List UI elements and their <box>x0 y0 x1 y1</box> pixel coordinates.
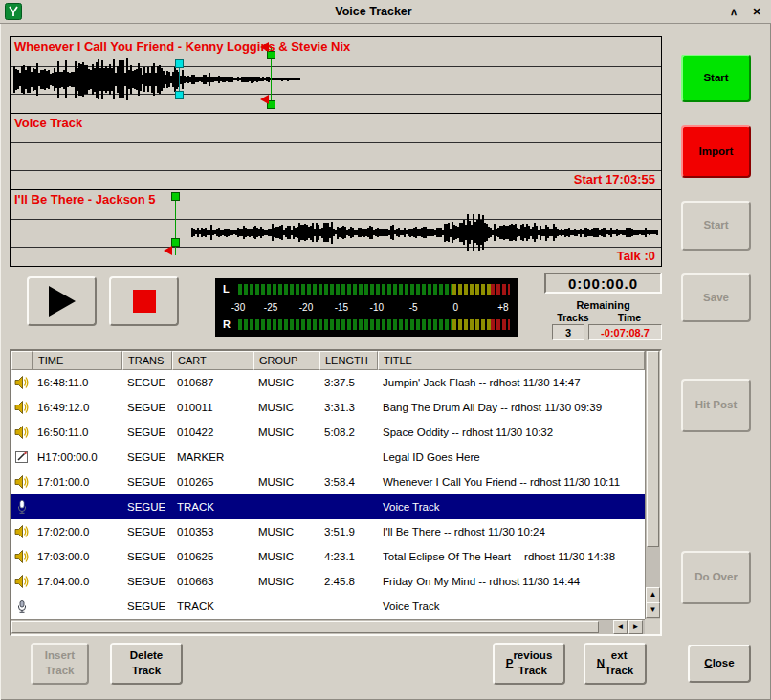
table-row[interactable]: SEGUETRACKVoice Track <box>11 594 645 619</box>
vertical-scrollbar[interactable]: ▲ ▼ <box>645 351 660 619</box>
cell-cart: 010422 <box>172 427 253 438</box>
header-icon[interactable] <box>11 351 33 370</box>
mic-icon <box>11 599 33 614</box>
cell-cart: 010011 <box>172 402 253 413</box>
playout-marker-icon[interactable] <box>260 42 269 52</box>
playout-marker-icon[interactable] <box>260 95 269 104</box>
window-title: Voice Tracker <box>22 5 725 18</box>
track-strips: Whenever I Call You Friend - Kenny Loggi… <box>10 36 662 269</box>
close-button[interactable]: Close <box>688 645 751 683</box>
meter-scale-label: -30 <box>231 302 245 314</box>
table-row[interactable]: 16:50:11.0SEGUE010422MUSIC5:08.2Space Od… <box>11 420 645 445</box>
app-icon[interactable] <box>5 3 22 20</box>
table-row[interactable]: H17:00:00.0SEGUEMARKERLegal ID Goes Here <box>11 445 645 470</box>
import-button[interactable]: Import <box>681 125 751 178</box>
speaker-icon <box>11 549 33 564</box>
meter-scale: -30-25-20-15-10-50+8 <box>238 302 510 314</box>
mic-icon <box>11 499 33 514</box>
cell-trans: SEGUE <box>122 601 172 612</box>
cell-cart: 010687 <box>172 377 253 388</box>
remaining-tracks-value: 3 <box>552 324 584 340</box>
header-time[interactable]: TIME <box>33 351 122 370</box>
cell-trans: SEGUE <box>122 451 172 463</box>
cell-title: Bang The Drum All Day -- rdhost 11/30 09… <box>378 402 645 413</box>
meter-scale-label: +8 <box>497 302 508 314</box>
table-row[interactable]: SEGUETRACKVoice Track <box>11 494 645 519</box>
cell-trans: SEGUE <box>122 402 172 413</box>
meter-scale-label: -5 <box>409 302 418 314</box>
cell-trans: SEGUE <box>122 476 172 488</box>
track-panel-2: Voice Track Start 17:03:55 <box>10 113 662 190</box>
start-marker-handle[interactable] <box>171 192 180 201</box>
cell-length: 2:45.8 <box>319 576 378 587</box>
header-trans[interactable]: TRANS <box>122 351 172 370</box>
play-button[interactable] <box>27 276 97 326</box>
table-row[interactable]: 17:02:00.0SEGUE010353MUSIC3:51.9I'll Be … <box>11 519 645 544</box>
audio-meter: L -30-25-20-15-10-50+8 R <box>215 278 518 337</box>
cell-time: 16:50:11.0 <box>33 427 122 438</box>
play-icon <box>49 286 76 317</box>
save-button[interactable]: Save <box>681 273 751 322</box>
track-3-title: I'll Be There - Jackson 5 <box>14 192 156 207</box>
marker-icon <box>11 449 33 465</box>
start-marker-icon[interactable] <box>164 246 172 255</box>
cell-length: 3:51.9 <box>319 526 378 537</box>
table-row[interactable]: 17:03:00.0SEGUE010625MUSIC4:23.1Total Ec… <box>11 544 645 569</box>
meter-scale-label: -25 <box>264 302 277 314</box>
table-row[interactable]: 17:01:00.0SEGUE010265MUSIC3:58.4Whenever… <box>11 470 645 494</box>
stop-button[interactable] <box>109 276 179 326</box>
cell-time: H17:00:00.0 <box>33 451 122 463</box>
previous-track-button[interactable]: PreviousTrack <box>493 643 565 685</box>
cell-cart: TRACK <box>172 601 253 612</box>
start-record-button[interactable]: Start <box>681 55 751 102</box>
insert-track-button[interactable]: Insert Track <box>31 643 89 685</box>
talk-marker-handle[interactable] <box>175 59 184 68</box>
cell-time: 17:04:00.0 <box>33 576 122 587</box>
gridline <box>11 142 661 143</box>
hit-post-button[interactable]: Hit Post <box>681 379 751 432</box>
scroll-right-icon[interactable]: ► <box>628 620 643 634</box>
header-length[interactable]: LENGTH <box>319 351 378 370</box>
start-next-button[interactable]: Start <box>681 201 751 251</box>
segue-marker-handle[interactable] <box>267 51 275 59</box>
speaker-icon <box>11 375 33 390</box>
header-group[interactable]: GROUP <box>253 351 319 370</box>
meter-right-bar <box>238 319 510 330</box>
table-row[interactable]: 16:49:12.0SEGUE010011MUSIC3:31.3Bang The… <box>11 395 645 420</box>
cell-title: Jumpin' Jack Flash -- rdhost 11/30 14:47 <box>378 377 645 388</box>
do-over-button[interactable]: Do Over <box>681 551 751 604</box>
horizontal-scrollbar-thumb[interactable] <box>11 621 599 633</box>
scroll-up-icon[interactable]: ▲ <box>646 587 660 602</box>
scroll-left-icon[interactable]: ◄ <box>613 620 628 634</box>
cell-group: MUSIC <box>253 526 319 537</box>
table-row[interactable]: 17:04:00.0SEGUE010663MUSIC2:45.8Friday O… <box>11 569 645 594</box>
header-cart[interactable]: CART <box>172 351 253 370</box>
delete-track-button[interactable]: Delete Track <box>110 643 183 685</box>
speaker-icon <box>11 400 33 415</box>
cell-length: 3:58.4 <box>319 476 378 488</box>
start-marker-handle[interactable] <box>171 238 180 247</box>
vertical-scrollbar-thumb[interactable] <box>647 351 659 547</box>
track-2-start-time: Start 17:03:55 <box>574 172 655 186</box>
horizontal-scrollbar[interactable]: ◄ ► <box>11 619 645 634</box>
remaining-tracks-label: Tracks <box>550 312 596 323</box>
cell-group: MUSIC <box>253 476 319 488</box>
scroll-down-icon[interactable]: ▼ <box>646 602 660 618</box>
next-track-button[interactable]: NextTrack <box>584 643 647 685</box>
cell-title: Total Eclipse Of The Heart -- rdhost 11/… <box>378 551 645 562</box>
cell-group: MUSIC <box>253 377 319 388</box>
meter-scale-label: -20 <box>299 302 313 314</box>
close-icon[interactable]: ✕ <box>748 3 765 20</box>
cell-group: MUSIC <box>253 551 319 562</box>
remaining-time-value: -0:07:08.7 <box>588 324 662 340</box>
header-title[interactable]: TITLE <box>378 351 645 370</box>
cell-length: 3:37.5 <box>319 377 378 388</box>
cell-group: MUSIC <box>253 427 319 438</box>
cell-cart: 010625 <box>172 551 253 562</box>
cell-title: Legal ID Goes Here <box>378 451 645 463</box>
talk-marker-handle[interactable] <box>175 91 184 99</box>
table-row[interactable]: 16:48:11.0SEGUE010687MUSIC3:37.5Jumpin' … <box>11 370 645 395</box>
cell-title: Voice Track <box>378 501 645 513</box>
shade-icon[interactable]: ∧ <box>725 3 742 20</box>
speaker-icon <box>11 425 33 440</box>
